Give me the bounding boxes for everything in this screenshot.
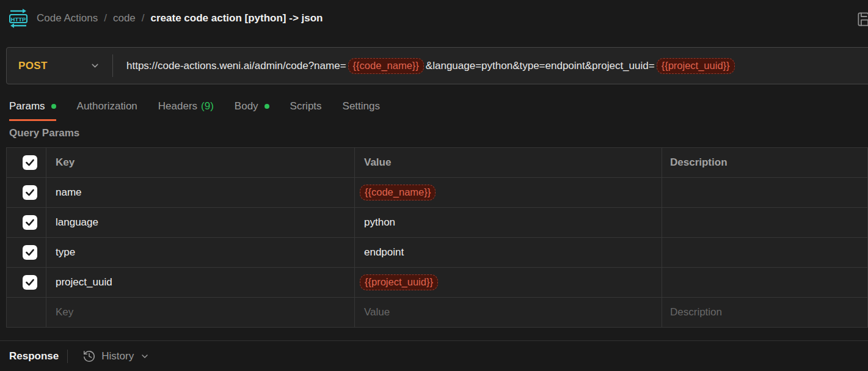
http-method-icon: HTTP <box>7 8 29 29</box>
checkmark-icon <box>24 247 35 258</box>
tab-settings[interactable]: Settings <box>343 100 380 121</box>
footer-divider <box>67 350 68 363</box>
param-key-cell[interactable]: name <box>46 178 355 208</box>
param-key-cell[interactable]: project_uuid <box>46 268 355 298</box>
param-value-cell[interactable]: {{code_name}} <box>355 178 662 208</box>
modified-dot-icon <box>264 104 269 109</box>
tab-label: Params <box>9 100 45 112</box>
new-param-checkbox-cell <box>7 298 46 328</box>
param-enabled-checkbox[interactable] <box>23 185 37 200</box>
param-rows: name{{code_name}}languagepythontypeendpo… <box>7 178 867 298</box>
svg-text:HTTP: HTTP <box>11 16 26 23</box>
param-value-cell[interactable]: python <box>355 208 662 238</box>
request-url-bar: POST https://code-actions.weni.ai/admin/… <box>6 47 868 84</box>
request-tabs: ParamsAuthorizationHeaders(9)BodyScripts… <box>9 100 868 121</box>
method-label: POST <box>18 60 48 72</box>
param-description-cell[interactable] <box>662 238 867 268</box>
modified-dot-icon <box>51 104 56 109</box>
breadcrumb: Code Actions/code/create code action [py… <box>37 12 323 24</box>
param-key-cell[interactable]: type <box>46 238 355 268</box>
chevron-down-icon <box>90 61 100 71</box>
column-header-description: Description <box>662 148 867 178</box>
history-clock-icon <box>82 350 96 363</box>
breadcrumb-item: code <box>113 12 136 24</box>
param-row: project_uuid{{project_uuid}} <box>7 268 867 298</box>
column-header-key: Key <box>46 148 355 178</box>
param-checkbox-cell <box>7 178 46 208</box>
param-row: typeendpoint <box>7 238 867 268</box>
new-param-description-input[interactable]: Description <box>662 298 867 328</box>
select-all-cell <box>7 148 46 178</box>
variable-pill: {{code_name}} <box>360 185 436 200</box>
param-value-cell[interactable]: endpoint <box>355 238 662 268</box>
tab-scripts[interactable]: Scripts <box>290 100 322 121</box>
checkmark-icon <box>24 217 35 228</box>
new-param-key-input[interactable]: Key <box>46 298 355 328</box>
history-dropdown[interactable]: History <box>82 350 150 363</box>
request-header-bar: HTTP Code Actions/code/create code actio… <box>0 0 868 37</box>
tab-headers[interactable]: Headers(9) <box>158 100 214 121</box>
breadcrumb-item: create code action [python] -> json <box>151 12 323 24</box>
method-selector[interactable]: POST <box>7 60 112 72</box>
breadcrumb-item: Code Actions <box>37 12 98 24</box>
breadcrumb-separator: / <box>142 12 145 24</box>
param-value-cell[interactable]: {{project_uuid}} <box>355 268 662 298</box>
param-checkbox-cell <box>7 268 46 298</box>
response-pane-header: Response History <box>0 340 868 371</box>
new-param-value-input[interactable]: Value <box>355 298 662 328</box>
breadcrumb-separator: / <box>104 12 107 24</box>
param-description-cell[interactable] <box>662 268 867 298</box>
tab-count-badge: (9) <box>201 100 214 112</box>
url-variable-pill: {{project_uuid}} <box>657 58 735 74</box>
chevron-down-icon <box>140 351 150 361</box>
tab-label: Headers <box>158 100 197 112</box>
checkmark-icon <box>24 157 35 168</box>
checkmark-icon <box>24 277 35 288</box>
param-description-cell[interactable] <box>662 178 867 208</box>
url-variable-pill: {{code_name}} <box>348 58 424 74</box>
url-text-segment: &language=python&type=endpoint&project_u… <box>426 60 655 72</box>
column-header-value: Value <box>355 148 662 178</box>
table-header-row: Key Value Description <box>7 148 867 178</box>
param-row: name{{code_name}} <box>7 178 867 208</box>
select-all-checkbox[interactable] <box>23 155 37 170</box>
tab-label: Body <box>235 100 258 112</box>
section-title: Query Params <box>9 127 868 139</box>
variable-pill: {{project_uuid}} <box>360 274 438 290</box>
new-param-row: Key Value Description <box>7 298 867 328</box>
tab-body[interactable]: Body <box>235 100 269 121</box>
query-params-table: Key Value Description name{{code_name}}l… <box>6 147 868 328</box>
save-icon[interactable] <box>856 11 868 28</box>
param-enabled-checkbox[interactable] <box>23 275 37 290</box>
param-checkbox-cell <box>7 238 46 268</box>
param-enabled-checkbox[interactable] <box>23 215 37 230</box>
tab-label: Scripts <box>290 100 322 112</box>
url-text-segment: https://code-actions.weni.ai/admin/code?… <box>126 60 346 72</box>
param-description-cell[interactable] <box>662 208 867 238</box>
tab-params[interactable]: Params <box>9 100 56 121</box>
tab-label: Authorization <box>77 100 137 112</box>
checkmark-icon <box>24 187 35 198</box>
history-label: History <box>101 350 134 362</box>
param-enabled-checkbox[interactable] <box>23 245 37 260</box>
tab-authorization[interactable]: Authorization <box>77 100 137 121</box>
response-label: Response <box>9 350 59 362</box>
param-key-cell[interactable]: language <box>46 208 355 238</box>
tab-label: Settings <box>343 100 380 112</box>
param-row: languagepython <box>7 208 867 238</box>
param-checkbox-cell <box>7 208 46 238</box>
url-input[interactable]: https://code-actions.weni.ai/admin/code?… <box>113 58 737 74</box>
